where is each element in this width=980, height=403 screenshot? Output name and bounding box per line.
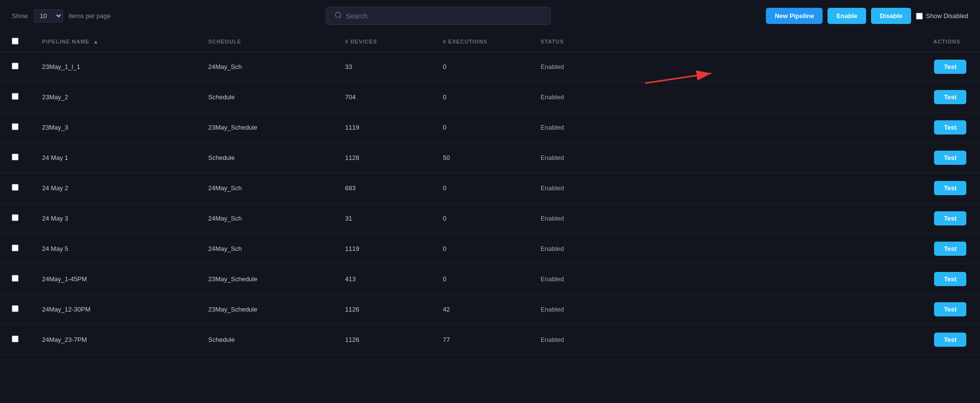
table-body: 23May_1_l_1 24May_Sch 33 0 Enabled Test … [0,52,980,355]
row-pipeline-name: 24May_12-30PM [30,294,196,325]
row-executions: 0 [431,173,529,203]
header-devices: # DEVICES [333,32,431,52]
show-disabled-wrapper: Show Disabled [916,12,968,20]
select-all-checkbox[interactable] [12,38,19,45]
sort-icon: ▲ [93,39,99,45]
new-pipeline-button[interactable]: New Pipeline [766,8,823,24]
row-status: Enabled [529,143,627,173]
table-row: 24 May 5 24May_Sch 1119 0 Enabled Test [0,234,980,264]
row-status: Enabled [529,264,627,294]
row-schedule: 23May_Schedule [196,294,333,325]
test-button[interactable]: Test [934,272,966,286]
row-checkbox-cell [0,294,30,325]
svg-line-1 [340,17,341,18]
enable-button[interactable]: Enable [828,8,866,24]
header-schedule: SCHEDULE [196,32,333,52]
test-button[interactable]: Test [934,151,966,165]
show-disabled-label: Show Disabled [926,12,968,20]
row-pipeline-name: 23May_1_l_1 [30,52,196,82]
row-actions: Test [627,234,980,264]
test-button[interactable]: Test [934,60,966,74]
test-button[interactable]: Test [934,90,966,104]
row-devices: 1126 [333,325,431,355]
row-executions: 0 [431,203,529,234]
row-schedule: Schedule [196,143,333,173]
row-devices: 1126 [333,294,431,325]
row-select-checkbox[interactable] [12,123,19,130]
row-checkbox-cell [0,234,30,264]
table-wrapper: PIPELINE NAME ▲ SCHEDULE # DEVICES # EXE… [0,32,980,355]
header-actions: ACTIONS [627,32,980,52]
table-row: 24 May 2 24May_Sch 683 0 Enabled Test [0,173,980,203]
table-row: 24May_12-30PM 23May_Schedule 1126 42 Ena… [0,294,980,325]
row-actions: Test [627,325,980,355]
table-row: 23May_3 23May_Schedule 1119 0 Enabled Te… [0,112,980,143]
row-actions: Test [627,112,980,143]
per-page-select[interactable]: 10 25 50 100 [34,9,63,22]
search-box [326,7,551,25]
test-button[interactable]: Test [934,333,966,347]
show-label: Show [12,12,28,20]
row-select-checkbox[interactable] [12,93,19,100]
row-select-checkbox[interactable] [12,63,19,69]
row-devices: 31 [333,203,431,234]
row-schedule: 24May_Sch [196,234,333,264]
row-devices: 1119 [333,234,431,264]
row-executions: 0 [431,52,529,82]
disable-button[interactable]: Disable [871,8,911,24]
test-button[interactable]: Test [934,302,966,316]
row-checkbox-cell [0,143,30,173]
row-status: Enabled [529,325,627,355]
test-button[interactable]: Test [934,242,966,256]
toolbar: Show 10 25 50 100 items per page New Pip… [0,0,980,32]
row-select-checkbox[interactable] [12,305,19,312]
row-pipeline-name: 23May_3 [30,112,196,143]
svg-point-0 [335,12,341,18]
row-schedule: 24May_Sch [196,173,333,203]
row-schedule: 24May_Sch [196,52,333,82]
table-row: 24May_23-7PM Schedule 1126 77 Enabled Te… [0,325,980,355]
row-pipeline-name: 24 May 5 [30,234,196,264]
table-row: 24 May 1 Schedule 1128 50 Enabled Test [0,143,980,173]
row-status: Enabled [529,203,627,234]
row-executions: 77 [431,325,529,355]
row-checkbox-cell [0,112,30,143]
header-status: STATUS [529,32,627,52]
row-devices: 683 [333,173,431,203]
search-wrapper [117,7,761,25]
row-devices: 1128 [333,143,431,173]
row-select-checkbox[interactable] [12,154,19,160]
row-status: Enabled [529,173,627,203]
row-select-checkbox[interactable] [12,214,19,221]
table-row: 24May_1-45PM 23May_Schedule 413 0 Enable… [0,264,980,294]
row-select-checkbox[interactable] [12,336,19,342]
row-schedule: 24May_Sch [196,203,333,234]
row-executions: 0 [431,264,529,294]
row-devices: 704 [333,82,431,112]
test-button[interactable]: Test [934,120,966,134]
row-select-checkbox[interactable] [12,245,19,251]
test-button[interactable]: Test [934,181,966,195]
show-disabled-checkbox[interactable] [916,13,923,20]
row-schedule: Schedule [196,82,333,112]
row-checkbox-cell [0,173,30,203]
search-input[interactable] [346,12,543,20]
row-executions: 0 [431,234,529,264]
row-actions: Test [627,82,980,112]
row-select-checkbox[interactable] [12,184,19,191]
row-pipeline-name: 24 May 1 [30,143,196,173]
row-select-checkbox[interactable] [12,275,19,282]
row-checkbox-cell [0,264,30,294]
toolbar-right: New Pipeline Enable Disable Show Disable… [766,8,968,24]
row-status: Enabled [529,112,627,143]
table-row: 23May_2 Schedule 704 0 Enabled Test [0,82,980,112]
row-devices: 33 [333,52,431,82]
row-actions: Test [627,294,980,325]
row-schedule: Schedule [196,325,333,355]
row-schedule: 23May_Schedule [196,264,333,294]
test-button[interactable]: Test [934,211,966,225]
row-executions: 0 [431,82,529,112]
row-actions: Test [627,264,980,294]
table-row: 23May_1_l_1 24May_Sch 33 0 Enabled Test [0,52,980,82]
header-executions: # EXECUTIONS [431,32,529,52]
